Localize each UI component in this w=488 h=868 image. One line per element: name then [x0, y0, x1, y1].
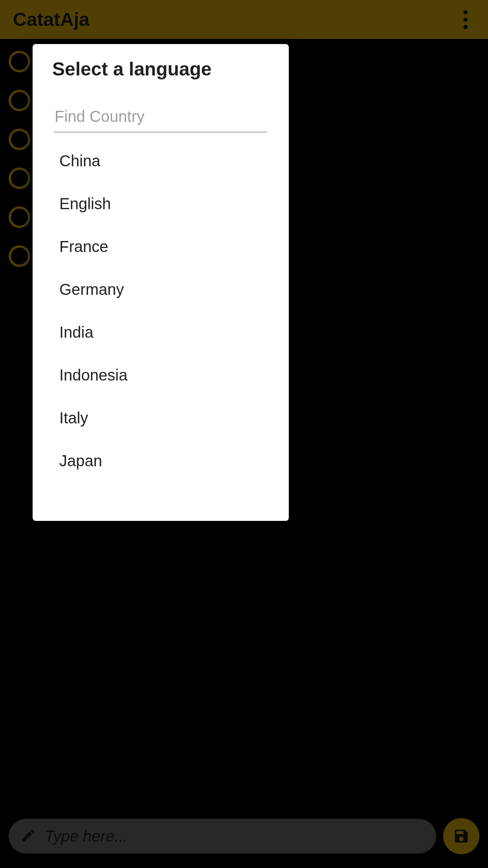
language-option[interactable]: Germany	[52, 268, 269, 311]
language-list: ChinaEnglishFranceGermanyIndiaIndonesiaI…	[52, 136, 269, 521]
language-option[interactable]: English	[52, 182, 269, 225]
search-wrapper	[52, 101, 269, 132]
country-search-input[interactable]	[54, 101, 268, 132]
language-option[interactable]: Japan	[52, 440, 269, 482]
language-option[interactable]: China	[52, 140, 269, 182]
language-option[interactable]: Italy	[52, 397, 269, 440]
language-option[interactable]: France	[52, 225, 269, 268]
dialog-title: Select a language	[52, 58, 269, 80]
language-option[interactable]: Indonesia	[52, 354, 269, 397]
language-dialog: Select a language ChinaEnglishFranceGerm…	[33, 44, 289, 521]
language-option[interactable]: India	[52, 311, 269, 354]
